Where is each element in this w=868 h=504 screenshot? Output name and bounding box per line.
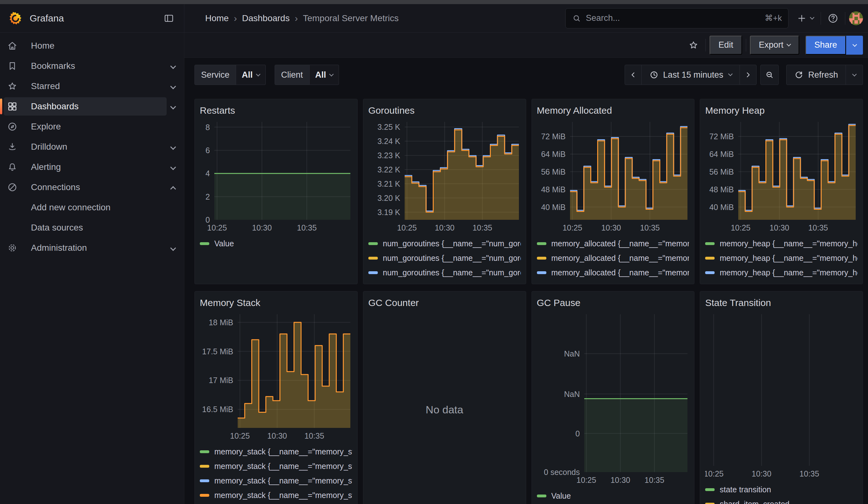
panel-title[interactable]: Memory Allocated — [537, 104, 689, 117]
export-button[interactable]: Export — [750, 36, 799, 55]
panel-memory-stack: Memory Stack16.5 MiB17 MiB17.5 MiB18 MiB… — [194, 291, 358, 504]
legend-item[interactable]: num_goroutines {__name__="num_goroutines… — [368, 280, 521, 281]
sidebar-item-starred[interactable]: Starred — [4, 76, 179, 96]
sidebar-item-dashboards[interactable]: Dashboards — [4, 96, 179, 116]
panel-title[interactable]: GC Counter — [368, 296, 521, 310]
service-variable-dropdown[interactable]: Service All — [194, 65, 266, 85]
svg-text:64 MiB: 64 MiB — [709, 150, 734, 158]
edit-button[interactable]: Edit — [710, 36, 742, 55]
legend-item[interactable]: memory_allocated {__name__="memory_alloc… — [537, 236, 689, 251]
svg-text:40 MiB: 40 MiB — [541, 203, 566, 212]
panel-title[interactable]: Memory Heap — [705, 104, 858, 117]
panel-chart[interactable]: 3.19 K3.20 K3.21 K3.22 K3.23 K3.24 K3.25… — [368, 117, 521, 234]
star-icon — [7, 81, 18, 92]
refresh-button[interactable]: Refresh — [786, 65, 846, 85]
time-range-picker[interactable]: Last 15 minutes — [642, 65, 740, 85]
breadcrumb-home[interactable]: Home — [205, 13, 229, 23]
panel-chart[interactable]: 10:2510:3010:35 — [705, 310, 858, 480]
legend-item[interactable]: memory_stack {__name__="memory_stack" — [200, 459, 352, 473]
share-button[interactable]: Share — [806, 36, 846, 55]
new-button[interactable] — [794, 10, 817, 27]
service-variable-label: Service — [194, 65, 236, 85]
panel-chart[interactable]: 0 seconds0NaNNaN10:2510:3010:35 — [537, 310, 689, 487]
legend-item[interactable]: memory_heap {__name__="memory_heap" — [705, 236, 858, 251]
sidebar-item-connections[interactable]: Connections — [4, 177, 179, 197]
svg-text:3.19 K: 3.19 K — [377, 208, 400, 217]
svg-text:3.21 K: 3.21 K — [377, 179, 400, 188]
panel-title[interactable]: Goroutines — [368, 104, 521, 117]
client-variable-dropdown[interactable]: Client All — [275, 65, 339, 85]
refresh-interval-button[interactable] — [846, 65, 863, 85]
legend-item[interactable]: memory_heap {__name__="memory_heap" — [705, 265, 858, 280]
chevron-up-icon[interactable] — [170, 186, 176, 192]
panel-chart[interactable]: 40 MiB48 MiB56 MiB64 MiB72 MiB10:2510:30… — [705, 117, 858, 234]
svg-text:10:25: 10:25 — [562, 223, 582, 232]
svg-text:10:35: 10:35 — [808, 223, 828, 232]
sidebar-item-bookmarks[interactable]: Bookmarks — [4, 56, 179, 76]
window-top-strip — [0, 0, 868, 4]
svg-text:10:35: 10:35 — [640, 223, 660, 232]
legend-item[interactable]: memory_allocated {__name__="memory_alloc… — [537, 280, 689, 281]
legend-item[interactable]: memory_stack {__name__="memory_stack" — [200, 488, 352, 502]
legend-item[interactable]: memory_allocated {__name__="memory_alloc… — [537, 265, 689, 280]
legend-item[interactable]: num_goroutines {__name__="num_goroutines… — [368, 265, 521, 280]
svg-text:10:30: 10:30 — [267, 431, 287, 440]
legend-swatch — [537, 495, 546, 497]
chevron-down-icon[interactable] — [170, 144, 176, 150]
panel-title[interactable]: State Transition — [705, 296, 858, 310]
chevron-down-icon[interactable] — [170, 245, 176, 251]
zoom-out-button[interactable] — [761, 65, 779, 85]
connections-icon — [7, 182, 18, 193]
legend-item[interactable]: Value — [200, 236, 352, 251]
legend-item[interactable]: Value — [537, 488, 689, 503]
legend-item[interactable]: memory_allocated {__name__="memory_alloc… — [537, 251, 689, 265]
time-shift-forward-button[interactable] — [740, 65, 757, 85]
legend-swatch — [368, 257, 378, 260]
share-options-button[interactable] — [846, 36, 863, 55]
legend-item[interactable]: memory_heap {__name__="memory_heap" — [705, 251, 858, 265]
panel-chart[interactable]: 0246810:2510:3010:35 — [200, 117, 352, 234]
grafana-logo-icon[interactable] — [8, 11, 23, 25]
legend-item[interactable]: memory_stack {__name__="memory_stack" — [200, 473, 352, 488]
legend-item[interactable]: state transition — [705, 482, 858, 497]
search-input-box[interactable]: ⌘+k — [565, 8, 788, 28]
gear-icon — [7, 243, 18, 253]
breadcrumb-dashboards[interactable]: Dashboards — [242, 13, 290, 23]
panel-title[interactable]: Restarts — [200, 104, 352, 117]
favorite-star-icon[interactable] — [685, 37, 702, 53]
sidebar-item-administration[interactable]: Administration — [4, 238, 179, 258]
chevron-down-icon[interactable] — [170, 83, 176, 89]
client-variable-label: Client — [275, 65, 310, 85]
legend-label: state transition — [720, 485, 771, 494]
panel-chart[interactable]: 40 MiB48 MiB56 MiB64 MiB72 MiB10:2510:30… — [537, 117, 689, 234]
user-avatar[interactable] — [849, 11, 863, 25]
chevron-down-icon[interactable] — [170, 104, 176, 109]
svg-text:10:35: 10:35 — [799, 469, 819, 478]
chevron-down-icon[interactable] — [170, 164, 176, 170]
legend-item[interactable]: memory_heap {__name__="memory_heap" — [705, 280, 858, 281]
sidebar-item-label: Alerting — [31, 162, 61, 172]
chevron-down-icon[interactable] — [170, 63, 176, 69]
legend-item[interactable]: num_goroutines {__name__="num_goroutines… — [368, 236, 521, 251]
legend-item[interactable]: num_goroutines {__name__="num_goroutines… — [368, 251, 521, 265]
legend-swatch — [537, 271, 546, 274]
sidebar-item-label: Home — [31, 41, 55, 51]
sidebar-item-drilldown[interactable]: Drilldown — [4, 137, 179, 157]
panel-title[interactable]: GC Pause — [537, 296, 689, 310]
panel-title[interactable]: Memory Stack — [200, 296, 352, 310]
sidebar-item-add-new-connection[interactable]: Add new connection — [4, 197, 179, 218]
sidebar-item-data-sources[interactable]: Data sources — [4, 218, 179, 238]
legend-label: memory_heap {__name__="memory_heap" — [720, 254, 858, 263]
sidebar-item-alerting[interactable]: Alerting — [4, 157, 179, 177]
search-input[interactable] — [586, 13, 765, 23]
sidebar-item-explore[interactable]: Explore — [4, 116, 179, 137]
sidebar-item-home[interactable]: Home — [4, 36, 179, 56]
svg-text:64 MiB: 64 MiB — [541, 150, 566, 158]
panel-chart[interactable]: 16.5 MiB17 MiB17.5 MiB18 MiB10:2510:3010… — [200, 310, 352, 442]
legend-swatch — [200, 480, 209, 482]
help-icon[interactable] — [825, 10, 841, 27]
time-shift-back-button[interactable] — [624, 65, 642, 85]
legend-item[interactable]: shard_item_created — [705, 497, 858, 504]
sidebar-toggle-icon[interactable] — [161, 10, 177, 27]
legend-item[interactable]: memory_stack {__name__="memory_stack" — [200, 444, 352, 459]
